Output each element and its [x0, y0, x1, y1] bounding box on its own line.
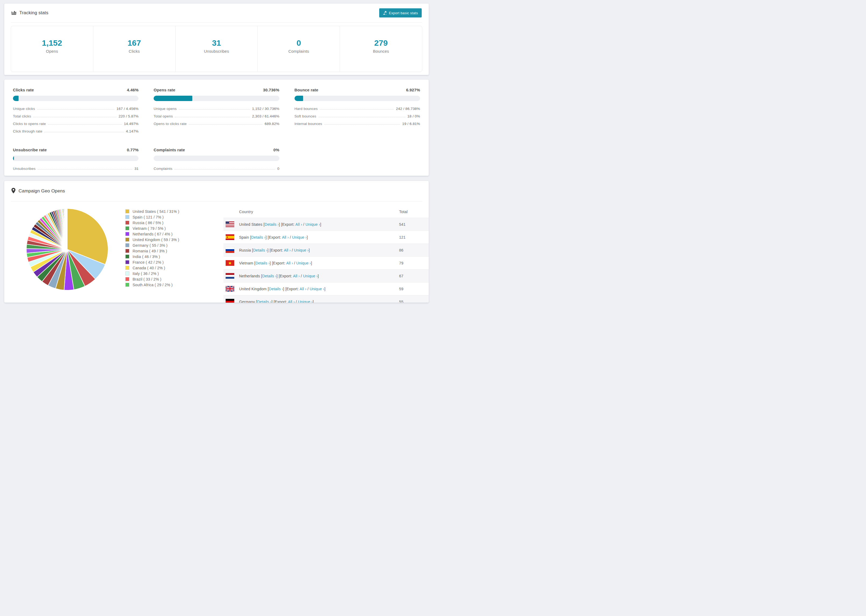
export-all-link[interactable]: All ›	[284, 248, 291, 252]
rate-percent-value: 0%	[274, 148, 279, 152]
country-cell: Vietnam [Details ›] [Export: All › / Uni…	[239, 261, 312, 265]
rate-percent-value: 6.927%	[406, 88, 420, 92]
details-link[interactable]: Details ›	[269, 287, 283, 291]
details-link[interactable]: Details ›	[257, 300, 271, 303]
progress-bar-track	[154, 96, 279, 101]
legend-item-brazil: Brazil ( 33 / 2% )	[125, 277, 179, 281]
dotted-leader	[44, 132, 124, 132]
export-unique-link[interactable]: Unique ›	[292, 235, 307, 239]
export-all-link[interactable]: All ›	[299, 287, 306, 291]
legend-swatch	[125, 277, 129, 281]
progress-bar-fill	[13, 156, 14, 161]
rate-detail-value: 242 / 86.738%	[396, 107, 420, 111]
geo-table-row-nl: Netherlands [Details ›] [Export: All › /…	[224, 269, 429, 282]
rate-percent-value: 30.736%	[263, 88, 279, 92]
dotted-leader	[175, 169, 275, 170]
rate-detail-value: 31	[134, 167, 139, 171]
geo-table-row-es: Spain [Details ›] [Export: All › / Uniqu…	[224, 231, 429, 244]
stat-label: Complaints	[258, 49, 340, 53]
rate-detail-row: Opens to clicks rate 689.82%	[154, 121, 279, 126]
progress-bar-track	[13, 96, 139, 101]
dotted-leader	[37, 109, 114, 110]
legend-label: Romania ( 49 / 3% )	[132, 249, 167, 253]
details-link[interactable]: Details ›	[251, 235, 265, 239]
legend-label: France ( 42 / 2% )	[132, 260, 164, 264]
rate-block-unsubscribe-rate: Unsubscribe rate 0.77% Unsubscribes 31	[13, 148, 139, 173]
stat-label: Clicks	[93, 49, 175, 53]
rate-detail-label: Internal bounces	[294, 122, 322, 126]
rate-title: Unsubscribe rate	[13, 148, 47, 152]
stat-value: 0	[258, 38, 340, 47]
rate-detail-label: Clicks to opens rate	[13, 122, 46, 126]
details-link[interactable]: Details ›	[253, 248, 267, 252]
legend-swatch	[125, 243, 129, 247]
legend-swatch	[125, 237, 129, 242]
dotted-leader	[189, 124, 263, 125]
tracking-stats-header: Tracking stats Export basic stats	[4, 3, 429, 22]
legend-label: Russia ( 86 / 5% )	[132, 221, 164, 225]
rate-title: Clicks rate	[13, 88, 34, 92]
rate-detail-row: Internal bounces 19 / 6.81%	[294, 121, 420, 126]
export-all-link[interactable]: All ›	[282, 235, 289, 239]
progress-bar-track	[13, 156, 139, 161]
export-all-link[interactable]: All ›	[295, 222, 302, 226]
dotted-leader	[318, 117, 405, 117]
rate-detail-value: 1,152 / 30.736%	[252, 107, 279, 111]
export-all-link[interactable]: All ›	[286, 261, 293, 265]
rate-detail-label: Soft bounces	[294, 114, 316, 118]
rate-title: Bounce rate	[294, 88, 318, 92]
legend-swatch	[125, 249, 129, 253]
page-title: Tracking stats	[19, 10, 49, 16]
rate-title: Opens rate	[154, 88, 175, 92]
stat-value: 279	[340, 38, 422, 47]
legend-swatch	[125, 226, 129, 230]
total-cell: 86	[399, 248, 403, 252]
legend-label: United States ( 541 / 31% )	[132, 209, 179, 214]
legend-swatch	[125, 272, 129, 275]
dotted-leader	[48, 124, 122, 125]
country-flag-icon-vn	[226, 260, 239, 266]
stat-cell-complaints: 0 Complaints	[257, 26, 340, 72]
rate-block-opens-rate: Opens rate 30.736% Unique opens 1,152 / …	[154, 88, 279, 136]
details-link[interactable]: Details ›	[262, 274, 277, 278]
dotted-leader	[179, 109, 250, 110]
rate-detail-label: Unique opens	[154, 107, 177, 111]
export-unique-link[interactable]: Unique ›	[310, 287, 324, 291]
progress-bar-track	[154, 156, 279, 161]
legend-item-italy: Italy ( 36 / 2% )	[125, 272, 179, 275]
rate-percent-value: 4.46%	[127, 88, 139, 92]
geo-opens-pie-chart[interactable]	[24, 206, 110, 292]
geo-table-row-vn: Vietnam [Details ›] [Export: All › / Uni…	[224, 256, 429, 269]
legend-swatch	[125, 215, 129, 219]
rate-block-clicks-rate: Clicks rate 4.46% Unique clicks 167 / 4.…	[13, 88, 139, 136]
rate-detail-row: Total clicks 220 / 5.87%	[13, 113, 139, 118]
rate-detail-row: Hard bounces 242 / 86.738%	[294, 105, 420, 111]
legend-label: India ( 46 / 3% )	[132, 255, 160, 259]
export-unique-link[interactable]: Unique ›	[303, 274, 318, 278]
geo-body: United States ( 541 / 31% ) Spain ( 121 …	[4, 201, 429, 303]
rate-detail-label: Total opens	[154, 114, 173, 118]
rates-grid: Clicks rate 4.46% Unique clicks 167 / 4.…	[13, 88, 420, 173]
rate-detail-label: Unsubscribes	[13, 167, 36, 171]
stat-value: 1,152	[11, 38, 93, 47]
country-cell: Spain [Details ›] [Export: All › / Uniqu…	[239, 235, 308, 239]
details-link[interactable]: Details ›	[255, 261, 270, 265]
total-cell: 121	[399, 235, 406, 239]
rate-detail-label: Unique clicks	[13, 107, 35, 111]
rate-detail-row: Unsubscribes 31	[13, 165, 139, 171]
export-basic-stats-button[interactable]: Export basic stats	[379, 8, 422, 17]
export-unique-link[interactable]: Unique ›	[294, 248, 309, 252]
legend-label: Canada ( 40 / 2% )	[132, 266, 165, 270]
export-all-link[interactable]: All ›	[293, 274, 299, 278]
export-all-link[interactable]: All ›	[288, 300, 295, 303]
legend-label: United Kingdom ( 59 / 3% )	[132, 237, 179, 242]
rate-detail-row: Unique clicks 167 / 4.456%	[13, 105, 139, 111]
export-unique-link[interactable]: Unique ›	[305, 222, 320, 226]
country-cell: United States [Details ›] [Export: All ›…	[239, 222, 321, 226]
export-unique-link[interactable]: Unique ›	[296, 261, 311, 265]
stat-value: 31	[176, 38, 258, 47]
rate-detail-row: Complaints 0	[154, 165, 279, 171]
export-unique-link[interactable]: Unique ›	[298, 300, 313, 303]
details-link[interactable]: Details ›	[265, 222, 279, 226]
stat-label: Bounces	[340, 49, 422, 53]
